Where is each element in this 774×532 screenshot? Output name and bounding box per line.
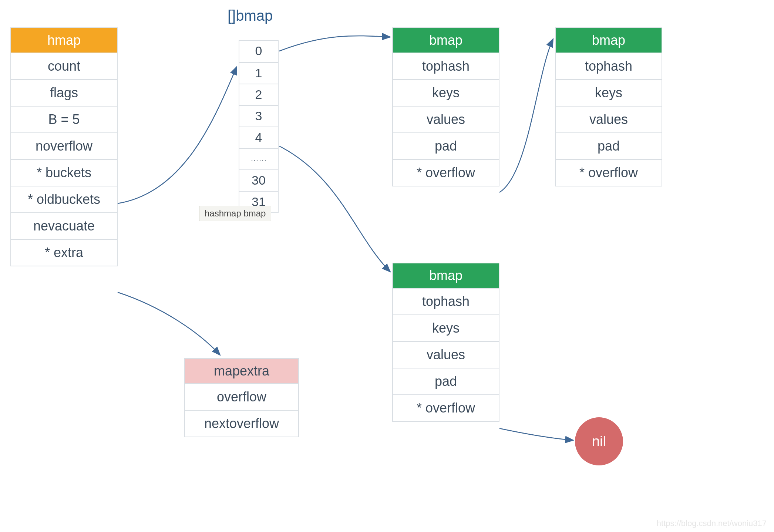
bmap2-field: values (556, 106, 662, 132)
hmap-field: B = 5 (11, 106, 117, 132)
mapextra-field: nextoverflow (185, 410, 298, 437)
arrow-bmap1-overflow-to-bmap2 (499, 39, 553, 192)
hmap-struct: hmap count flags B = 5 noverflow * bucke… (10, 27, 118, 266)
hmap-field-extra: * extra (11, 239, 117, 266)
arrow-bmap3-overflow-to-nil (499, 428, 573, 440)
array-label: []bmap (228, 7, 273, 24)
bmap1-field-overflow: * overflow (393, 159, 499, 186)
bmap1-field: pad (393, 132, 499, 159)
bmap3-title: bmap (393, 263, 499, 288)
hmap-field: noverflow (11, 132, 117, 159)
bmap2-field: pad (556, 132, 662, 159)
array-cell: 3 (239, 105, 278, 127)
bmap2-title: bmap (556, 28, 662, 53)
bmap2-field-overflow: * overflow (556, 159, 662, 186)
arrow-array0-to-bmap1 (279, 36, 390, 51)
arrow-array4-to-bmap3 (279, 146, 390, 272)
array-cell: 1 (239, 62, 278, 84)
hmap-field: count (11, 53, 117, 79)
tooltip-hashmap-bmap: hashmap bmap (199, 206, 271, 221)
bmap3-field: pad (393, 368, 499, 394)
bmap2-field: keys (556, 79, 662, 106)
bmap3-field: values (393, 341, 499, 368)
bmap1-title: bmap (393, 28, 499, 53)
bmap3-field: tophash (393, 288, 499, 314)
bmap-struct-1: bmap tophash keys values pad * overflow (392, 27, 499, 186)
array-cell-4: 4 (239, 127, 278, 148)
nil-node: nil (575, 417, 623, 465)
array-cell: …… (239, 148, 278, 169)
array-cell-0: 0 (239, 41, 278, 62)
nil-label: nil (592, 434, 606, 449)
bmap3-field-overflow: * overflow (393, 394, 499, 421)
hmap-field: flags (11, 79, 117, 106)
arrow-buckets-to-array (118, 67, 237, 203)
bmap2-field: tophash (556, 53, 662, 79)
mapextra-field: overflow (185, 383, 298, 410)
bmap-struct-3: bmap tophash keys values pad * overflow (392, 263, 499, 422)
bmap3-field: keys (393, 314, 499, 341)
bucket-array: 0 1 2 3 4 …… 30 31 (239, 40, 279, 213)
hmap-title: hmap (11, 28, 117, 53)
array-cell: 30 (239, 169, 278, 191)
mapextra-title: mapextra (185, 359, 298, 383)
watermark: https://blog.csdn.net/woniu317 (657, 519, 767, 528)
mapextra-struct: mapextra overflow nextoverflow (184, 358, 299, 437)
array-cell: 2 (239, 84, 278, 105)
bmap1-field: keys (393, 79, 499, 106)
hmap-field: * oldbuckets (11, 186, 117, 212)
bmap1-field: tophash (393, 53, 499, 79)
hmap-field: nevacuate (11, 212, 117, 239)
bmap1-field: values (393, 106, 499, 132)
hmap-field-buckets: * buckets (11, 159, 117, 186)
arrow-extra-to-mapextra (118, 292, 220, 355)
bmap-struct-2: bmap tophash keys values pad * overflow (555, 27, 662, 186)
